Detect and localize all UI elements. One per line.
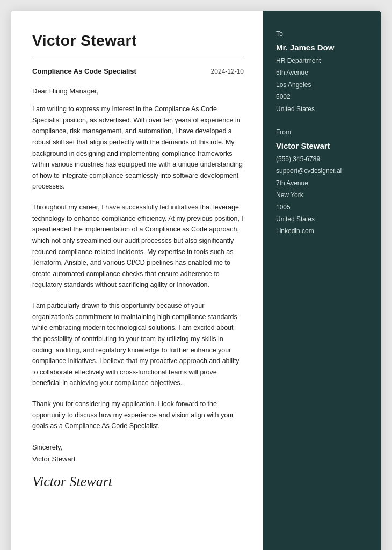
- from-section: From Victor Stewart (555) 345-6789 suppo…: [276, 128, 368, 238]
- sender-linkedin: Linkedin.com: [276, 226, 368, 236]
- paragraph-2: Throughout my career, I have successfull…: [32, 202, 244, 291]
- from-label: From: [276, 128, 368, 136]
- sender-country: United States: [276, 214, 368, 225]
- signature: Victor Stewart: [32, 474, 244, 490]
- paragraph-3: I am particularly drawn to this opportun…: [32, 300, 244, 389]
- cover-letter-page: Victor Stewart Compliance As Code Specia…: [11, 11, 381, 550]
- sender-street: 7th Avenue: [276, 178, 368, 189]
- recipient-street: 5th Avenue: [276, 67, 368, 78]
- main-content: Victor Stewart Compliance As Code Specia…: [11, 11, 263, 550]
- recipient-name: Mr. James Dow: [276, 43, 368, 52]
- closing-sincerely: Sincerely,: [32, 443, 62, 451]
- letter-date: 2024-12-10: [211, 68, 244, 75]
- job-title-row: Compliance As Code Specialist 2024-12-10: [32, 67, 244, 75]
- sender-zip: 1005: [276, 202, 368, 213]
- sender-phone: (555) 345-6789: [276, 154, 368, 164]
- recipient-city: Los Angeles: [276, 79, 368, 90]
- recipient-department: HR Department: [276, 55, 368, 66]
- to-label: To: [276, 30, 368, 38]
- header-divider: [32, 56, 244, 56]
- applicant-name-heading: Victor Stewart: [32, 32, 244, 49]
- paragraph-1: I am writing to express my interest in t…: [32, 104, 244, 192]
- closing-name: Victor Stewart: [32, 455, 76, 463]
- sender-name: Victor Stewart: [276, 141, 368, 150]
- recipient-zip: 5002: [276, 91, 368, 102]
- job-title: Compliance As Code Specialist: [32, 67, 136, 75]
- sidebar: To Mr. James Dow HR Department 5th Avenu…: [263, 11, 381, 550]
- paragraph-4: Thank you for considering my application…: [32, 399, 244, 432]
- sender-city: New York: [276, 190, 368, 200]
- to-section: To Mr. James Dow HR Department 5th Avenu…: [276, 30, 368, 115]
- closing-block: Sincerely, Victor Stewart: [32, 442, 244, 465]
- greeting: Dear Hiring Manager,: [32, 87, 244, 95]
- sender-email: support@cvdesigner.ai: [276, 165, 368, 176]
- recipient-country: United States: [276, 104, 368, 114]
